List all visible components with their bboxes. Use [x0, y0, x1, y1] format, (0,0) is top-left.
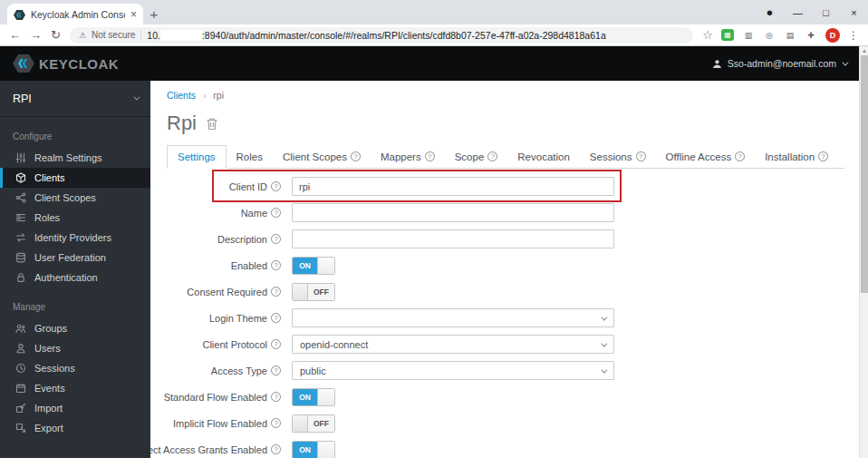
keycloak-header: KEYCLOAK Sso-admin@noemail.com: [0, 46, 859, 81]
tab-mappers[interactable]: Mappers?: [371, 145, 445, 168]
help-icon[interactable]: ?: [271, 444, 281, 454]
url-text[interactable]: 10.:8940/auth/admin/master/console/#/rea…: [147, 30, 605, 41]
form-row-client-protocol: Client Protocol? openid-connect: [167, 335, 844, 354]
profile-avatar[interactable]: D: [825, 28, 840, 43]
reload-button[interactable]: ↻: [51, 29, 61, 41]
browser-action-icons: ☆ ▦ ▥ ◎ ▤ ✚ D ⋮: [702, 28, 859, 43]
browser-menu-icon[interactable]: ⋮: [848, 29, 859, 42]
tab-client-scopes[interactable]: Client Scopes?: [273, 145, 371, 168]
sidebar-item-user-federation[interactable]: User Federation: [0, 248, 150, 268]
help-icon[interactable]: ?: [271, 208, 281, 218]
sidebar-item-sessions[interactable]: Sessions: [0, 358, 150, 378]
sidebar-item-authentication[interactable]: Authentication: [0, 268, 150, 287]
help-icon[interactable]: ?: [271, 287, 281, 297]
implicit-flow-toggle[interactable]: OFF: [292, 414, 335, 433]
user-menu[interactable]: Sso-admin@noemail.com: [712, 58, 846, 69]
help-icon[interactable]: ?: [271, 181, 281, 191]
record-indicator-icon[interactable]: ●: [756, 0, 784, 24]
tab-sessions[interactable]: Sessions?: [580, 145, 656, 168]
breadcrumb-clients-link[interactable]: Clients: [167, 90, 196, 101]
extensions-puzzle-icon[interactable]: ✚: [805, 29, 817, 41]
help-icon[interactable]: ?: [818, 151, 828, 161]
client-protocol-select[interactable]: openid-connect: [292, 335, 614, 354]
tab-title: Keycloak Admin Console: [31, 9, 125, 20]
tab-installation[interactable]: Installation?: [755, 145, 838, 168]
consent-required-toggle[interactable]: OFF: [292, 283, 335, 301]
delete-client-button[interactable]: [206, 117, 218, 131]
enabled-toggle[interactable]: ON: [292, 257, 335, 275]
help-icon[interactable]: ?: [271, 418, 281, 428]
help-icon[interactable]: ?: [271, 260, 281, 270]
new-tab-button[interactable]: +: [143, 4, 165, 24]
sidebar-item-clients[interactable]: Clients: [0, 168, 150, 188]
sidebar-item-export[interactable]: Export: [0, 418, 150, 438]
help-icon[interactable]: ?: [351, 151, 361, 161]
tab-offline-access[interactable]: Offline Access?: [656, 145, 756, 168]
realm-selector[interactable]: RPI: [0, 81, 150, 117]
sidebar-item-import[interactable]: Import: [0, 398, 150, 418]
maximize-button[interactable]: □: [812, 0, 840, 24]
description-label: Description: [217, 234, 267, 245]
bookmark-star-icon[interactable]: ☆: [702, 28, 713, 42]
tab-scope[interactable]: Scope?: [445, 145, 508, 168]
sidebar-item-client-scopes[interactable]: Client Scopes: [0, 188, 150, 208]
extension-icon-green[interactable]: ▦: [721, 29, 734, 41]
help-icon[interactable]: ?: [271, 339, 281, 349]
group-icon: [15, 323, 26, 334]
help-icon[interactable]: ?: [271, 313, 281, 323]
help-icon[interactable]: ?: [271, 234, 281, 244]
sidebar-item-identity-providers[interactable]: Identity Providers: [0, 228, 150, 248]
sidebar-item-roles[interactable]: Roles: [0, 208, 150, 228]
tab-settings[interactable]: Settings: [167, 145, 227, 169]
form-row-standard-flow: Standard Flow Enabled? ON: [167, 387, 844, 406]
help-icon[interactable]: ?: [636, 151, 646, 161]
access-type-select[interactable]: public: [292, 361, 614, 380]
consent-required-label: Consent Required: [187, 287, 267, 297]
name-label: Name: [241, 208, 267, 219]
forward-button[interactable]: →: [30, 29, 42, 41]
direct-access-grants-toggle[interactable]: ON: [292, 441, 335, 458]
help-icon[interactable]: ?: [425, 151, 435, 161]
login-theme-select[interactable]: [292, 308, 614, 327]
cube-icon: [15, 172, 26, 183]
form-row-access-type: Access Type? public: [167, 361, 844, 380]
help-icon[interactable]: ?: [487, 151, 497, 161]
extension-icon-camera[interactable]: ◎: [763, 29, 776, 41]
realm-name: RPI: [13, 93, 32, 105]
keycloak-logo[interactable]: KEYCLOAK: [13, 53, 119, 74]
minimize-button[interactable]: —: [784, 0, 812, 24]
help-icon[interactable]: ?: [271, 365, 281, 375]
standard-flow-label: Standard Flow Enabled: [164, 392, 267, 403]
name-input[interactable]: [292, 203, 614, 222]
chevron-down-icon: [601, 315, 607, 321]
sidebar-item-events[interactable]: Events: [0, 378, 150, 398]
scrollbar-up-icon[interactable]: ▲: [860, 46, 868, 55]
page-scrollbar[interactable]: ▲: [859, 46, 868, 458]
scrollbar-thumb[interactable]: [861, 55, 868, 293]
url-redaction-box: [160, 30, 202, 41]
back-button[interactable]: ←: [9, 29, 21, 41]
extension-icon-1[interactable]: ▥: [742, 29, 755, 41]
tab-close-icon[interactable]: ×: [130, 9, 137, 20]
client-id-input[interactable]: [292, 177, 614, 196]
tab-roles[interactable]: Roles: [227, 145, 273, 168]
window-close-button[interactable]: ×: [840, 0, 868, 24]
address-bar[interactable]: ⚠ Not secure 10.:8940/auth/admin/master/…: [70, 27, 693, 44]
standard-flow-toggle[interactable]: ON: [292, 388, 335, 406]
not-secure-label[interactable]: Not secure: [92, 30, 135, 40]
sidebar-item-groups[interactable]: Groups: [0, 318, 150, 338]
screen: Keycloak Admin Console × + ● — □ × ← → ↻…: [0, 0, 868, 458]
help-icon[interactable]: ?: [271, 392, 281, 402]
browser-tab[interactable]: Keycloak Admin Console ×: [7, 4, 143, 24]
tab-revocation[interactable]: Revocation: [507, 145, 580, 168]
chevron-down-icon: [601, 367, 607, 374]
sidebar-item-realm-settings[interactable]: Realm Settings: [0, 148, 150, 168]
description-input[interactable]: [292, 229, 614, 248]
sidebar-item-users[interactable]: Users: [0, 338, 150, 358]
form-row-client-id: Client ID?: [167, 177, 844, 196]
form-row-implicit-flow: Implicit Flow Enabled? OFF: [167, 414, 844, 433]
tab-bar: Settings Roles Client Scopes? Mappers? S…: [167, 145, 844, 169]
not-secure-warning-icon: ⚠: [79, 31, 86, 40]
extension-icon-2[interactable]: ▤: [784, 29, 796, 41]
help-icon[interactable]: ?: [735, 151, 745, 161]
